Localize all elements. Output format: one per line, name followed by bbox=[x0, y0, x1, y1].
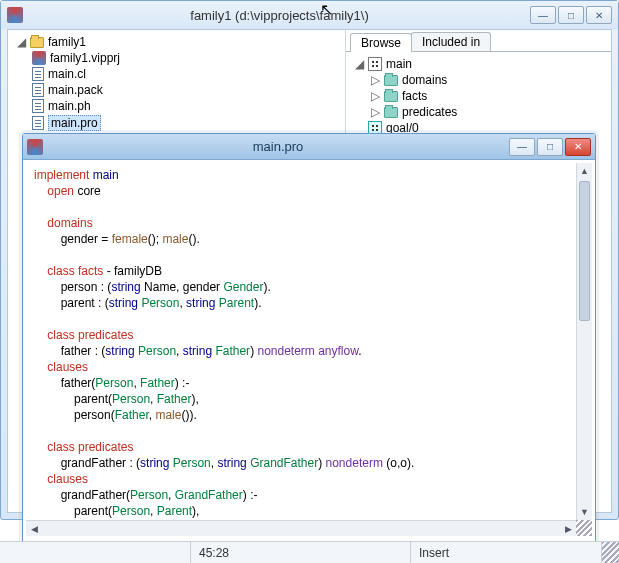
scroll-thumb[interactable] bbox=[579, 181, 590, 321]
module-icon bbox=[368, 57, 382, 71]
tab-bar: Browse Included in bbox=[346, 30, 611, 52]
code-editor[interactable]: implement main open core domains gender … bbox=[26, 163, 592, 520]
editor-title: main.pro bbox=[47, 139, 509, 154]
editor-titlebar[interactable]: main.pro — □ ✕ bbox=[23, 134, 595, 160]
tree-label: domains bbox=[402, 73, 447, 87]
maximize-button[interactable]: □ bbox=[558, 6, 584, 24]
scroll-left-icon[interactable]: ◀ bbox=[26, 521, 42, 536]
project-title: family1 (d:\vipprojects\family1\) bbox=[29, 8, 530, 23]
tree-label: main.ph bbox=[48, 99, 91, 113]
project-titlebar[interactable]: family1 (d:\vipprojects\family1\) — □ ✕ bbox=[1, 1, 618, 29]
expand-icon[interactable]: ▷ bbox=[370, 105, 380, 119]
module-item[interactable]: ▷domains bbox=[370, 72, 607, 88]
collapse-icon[interactable]: ◢ bbox=[16, 35, 26, 49]
scroll-up-icon[interactable]: ▲ bbox=[577, 163, 592, 179]
app-icon bbox=[27, 139, 43, 155]
tree-label: family1 bbox=[48, 35, 86, 49]
folder-icon bbox=[384, 75, 398, 86]
file-icon bbox=[32, 99, 44, 113]
tab-included-in[interactable]: Included in bbox=[411, 32, 491, 51]
minimize-button[interactable]: — bbox=[509, 138, 535, 156]
module-item[interactable]: ▷predicates bbox=[370, 104, 607, 120]
file-icon bbox=[32, 116, 44, 130]
tree-item[interactable]: main.ph bbox=[32, 98, 341, 114]
maximize-button[interactable]: □ bbox=[537, 138, 563, 156]
tree-item[interactable]: main.cl bbox=[32, 66, 341, 82]
project-file-icon bbox=[32, 51, 46, 65]
file-icon bbox=[32, 67, 44, 81]
collapse-icon[interactable]: ◢ bbox=[354, 57, 364, 71]
tree-item[interactable]: family1.vipprj bbox=[32, 50, 341, 66]
tree-root[interactable]: ◢family1 bbox=[16, 34, 341, 50]
tree-label: main.pro bbox=[48, 115, 101, 131]
status-cursor-position: 45:28 bbox=[190, 542, 410, 563]
scroll-right-icon[interactable]: ▶ bbox=[560, 521, 576, 536]
status-insert-mode: Insert bbox=[410, 542, 601, 563]
status-resize-grip[interactable] bbox=[601, 542, 619, 563]
expand-icon[interactable]: ▷ bbox=[370, 73, 380, 87]
tab-browse[interactable]: Browse bbox=[350, 33, 412, 52]
folder-icon bbox=[30, 37, 44, 48]
vertical-scrollbar[interactable]: ▲ ▼ bbox=[576, 163, 592, 520]
expand-icon[interactable]: ▷ bbox=[370, 89, 380, 103]
tree-label: main.cl bbox=[48, 67, 86, 81]
close-button[interactable]: ✕ bbox=[565, 138, 591, 156]
horizontal-scrollbar[interactable]: ◀ ▶ bbox=[26, 520, 576, 536]
tree-label: facts bbox=[402, 89, 427, 103]
tree-item-selected[interactable]: main.pro bbox=[32, 114, 341, 132]
file-icon bbox=[32, 83, 44, 97]
editor-window: main.pro — □ ✕ implement main open core … bbox=[22, 133, 596, 543]
status-bar: 45:28 Insert bbox=[0, 541, 619, 563]
tree-label: predicates bbox=[402, 105, 457, 119]
tree-label: main bbox=[386, 57, 412, 71]
app-icon bbox=[7, 7, 23, 23]
tree-label: family1.vipprj bbox=[50, 51, 120, 65]
status-cell-blank bbox=[0, 542, 190, 563]
close-button[interactable]: ✕ bbox=[586, 6, 612, 24]
minimize-button[interactable]: — bbox=[530, 6, 556, 24]
resize-grip[interactable] bbox=[576, 520, 592, 536]
scroll-down-icon[interactable]: ▼ bbox=[577, 504, 592, 520]
folder-icon bbox=[384, 91, 398, 102]
tree-item[interactable]: main.pack bbox=[32, 82, 341, 98]
folder-icon bbox=[384, 107, 398, 118]
tree-label: main.pack bbox=[48, 83, 103, 97]
module-root[interactable]: ◢main bbox=[354, 56, 607, 72]
module-item[interactable]: ▷facts bbox=[370, 88, 607, 104]
